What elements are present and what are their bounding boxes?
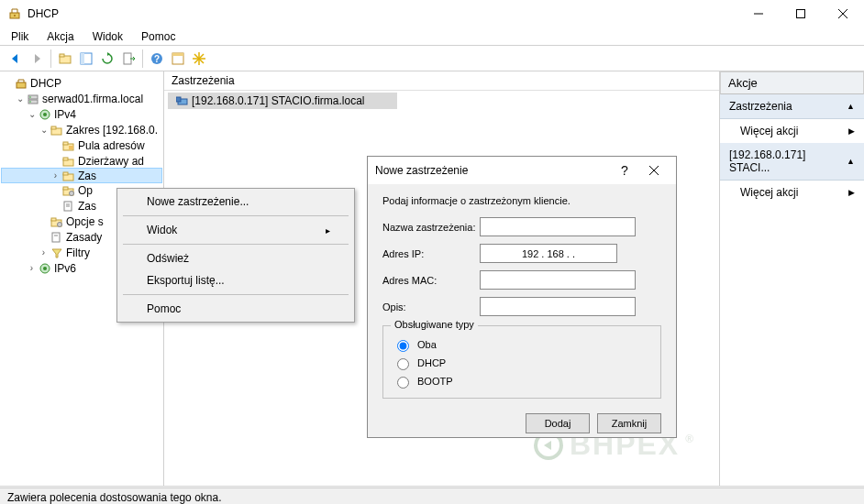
svg-point-1 bbox=[14, 15, 16, 16]
menu-separator bbox=[123, 294, 349, 295]
chevron-right-icon: ▶ bbox=[848, 126, 855, 136]
ctx-pomoc[interactable]: Pomoc bbox=[119, 298, 352, 320]
reservation-label: [192.168.0.171] STACIO.firma.local bbox=[192, 94, 365, 107]
context-menu: Nowe zastrzeżenie... Widok▸ Odśwież Eksp… bbox=[116, 188, 355, 323]
tree-leases[interactable]: Dzierżawy ad bbox=[2, 153, 161, 169]
description-input[interactable] bbox=[480, 297, 636, 316]
svg-rect-19 bbox=[17, 82, 26, 88]
svg-rect-29 bbox=[63, 142, 68, 145]
menu-pomoc[interactable]: Pomoc bbox=[138, 28, 179, 45]
svg-point-37 bbox=[70, 191, 74, 195]
svg-rect-42 bbox=[51, 218, 56, 221]
svg-rect-44 bbox=[52, 233, 60, 242]
svg-point-43 bbox=[58, 222, 62, 226]
menubar: Plik Akcja Widok Pomoc bbox=[0, 27, 864, 46]
tree-server[interactable]: ⌄serwad01.firma.local bbox=[2, 91, 161, 106]
collapse-icon: ▲ bbox=[847, 102, 855, 111]
type-both-radio[interactable] bbox=[397, 340, 409, 352]
tree-ipv4[interactable]: ⌄IPv4 bbox=[2, 106, 161, 122]
show-hide-button[interactable] bbox=[76, 49, 96, 69]
refresh-button[interactable] bbox=[97, 49, 117, 69]
menu-separator bbox=[123, 244, 349, 245]
dialog-titlebar: Nowe zastrzeżenie ? bbox=[368, 157, 676, 184]
dialog-subtitle: Podaj informacje o zastrzeżonym kliencie… bbox=[382, 195, 661, 206]
svg-rect-10 bbox=[124, 53, 131, 64]
reservation-item[interactable]: [192.168.0.171] STACIO.firma.local bbox=[168, 93, 397, 109]
reservation-icon bbox=[175, 93, 190, 108]
menu-separator bbox=[123, 215, 349, 216]
svg-rect-9 bbox=[81, 53, 84, 64]
tree-scope[interactable]: ⌄Zakres [192.168.0. bbox=[2, 122, 161, 137]
svg-rect-32 bbox=[63, 158, 68, 160]
svg-rect-49 bbox=[176, 97, 181, 102]
statusbar: Zawiera polecenia dostosowania tego okna… bbox=[0, 488, 864, 504]
actions-header: Akcje bbox=[720, 71, 864, 94]
forward-button[interactable] bbox=[27, 49, 47, 69]
svg-point-25 bbox=[43, 113, 47, 116]
mac-address-input[interactable] bbox=[480, 270, 636, 290]
ctx-export[interactable]: Eksportuj listę... bbox=[119, 269, 352, 291]
actions-pane: Akcje Zastrzeżenia▲ Więcej akcji▶ [192.1… bbox=[720, 71, 864, 486]
chevron-right-icon: ▶ bbox=[848, 188, 855, 197]
ctx-widok[interactable]: Widok▸ bbox=[119, 219, 352, 241]
collapse-icon: ▲ bbox=[847, 157, 855, 166]
svg-rect-3 bbox=[797, 10, 805, 18]
svg-text:?: ? bbox=[154, 54, 160, 64]
content-header: Zastrzeżenia bbox=[164, 71, 719, 91]
maximize-button[interactable] bbox=[780, 0, 822, 27]
svg-rect-14 bbox=[172, 53, 183, 56]
back-button[interactable] bbox=[6, 49, 26, 69]
actions-reservations[interactable]: Zastrzeżenia▲ bbox=[720, 94, 864, 119]
reservation-name-input[interactable] bbox=[480, 217, 636, 236]
close-dialog-button[interactable]: Zamknij bbox=[597, 413, 661, 433]
menu-akcja[interactable]: Akcja bbox=[43, 28, 77, 45]
toolbar-separator bbox=[50, 49, 51, 68]
svg-point-22 bbox=[29, 96, 31, 98]
actions-more[interactable]: Więcej akcji▶ bbox=[720, 119, 864, 143]
close-button[interactable] bbox=[822, 0, 864, 27]
svg-rect-30 bbox=[69, 146, 73, 149]
menu-plik[interactable]: Plik bbox=[7, 28, 32, 45]
svg-point-23 bbox=[29, 101, 31, 103]
ctx-new-reservation[interactable]: Nowe zastrzeżenie... bbox=[119, 191, 352, 213]
new-reservation-dialog: Nowe zastrzeżenie ? Podaj informacje o z… bbox=[367, 156, 677, 438]
export-button[interactable] bbox=[118, 49, 138, 69]
minimize-button[interactable] bbox=[737, 0, 780, 27]
properties-button[interactable] bbox=[168, 49, 188, 69]
dialog-help-button[interactable]: ? bbox=[610, 163, 639, 178]
mac-label: Adres MAC: bbox=[382, 275, 480, 286]
toolbar: ? bbox=[0, 46, 864, 71]
tree-reservations[interactable]: ›Zas bbox=[1, 168, 162, 183]
type-dhcp-radio[interactable] bbox=[397, 358, 409, 370]
svg-rect-7 bbox=[60, 54, 64, 57]
dialog-title: Nowe zastrzeżenie bbox=[375, 164, 468, 177]
actions-more2[interactable]: Więcej akcji▶ bbox=[720, 181, 864, 204]
tree-pool[interactable]: Pula adresów bbox=[2, 137, 161, 153]
tree-root[interactable]: DHCP bbox=[2, 75, 161, 91]
action-button[interactable] bbox=[189, 49, 209, 69]
type-bootp-radio[interactable] bbox=[397, 377, 409, 389]
desc-label: Opis: bbox=[382, 301, 480, 312]
chevron-right-icon: ▸ bbox=[326, 225, 330, 236]
up-button[interactable] bbox=[55, 49, 75, 69]
ip-address-input[interactable]: 192 . 168 . . bbox=[480, 244, 617, 263]
dialog-close-button[interactable] bbox=[639, 166, 669, 175]
group-title: Obsługiwane typy bbox=[391, 319, 478, 330]
svg-rect-34 bbox=[63, 172, 68, 175]
svg-rect-27 bbox=[51, 126, 56, 129]
add-button[interactable]: Dodaj bbox=[526, 413, 590, 433]
name-label: Nazwa zastrzeżenia: bbox=[382, 222, 480, 233]
supported-types-group: Obsługiwane typy Oba DHCP BOOTP bbox=[382, 325, 661, 399]
svg-rect-36 bbox=[63, 187, 68, 190]
window-title: DHCP bbox=[28, 7, 737, 20]
help-button[interactable]: ? bbox=[147, 49, 167, 69]
app-icon bbox=[7, 6, 22, 21]
actions-item[interactable]: [192.168.0.171] STACI...▲ bbox=[720, 143, 864, 181]
ip-label: Adres IP: bbox=[382, 248, 480, 259]
menu-widok[interactable]: Widok bbox=[89, 28, 127, 45]
svg-point-47 bbox=[43, 267, 47, 270]
window-titlebar: DHCP bbox=[0, 0, 864, 27]
toolbar-separator-2 bbox=[142, 49, 143, 68]
ctx-refresh[interactable]: Odśwież bbox=[119, 247, 352, 269]
